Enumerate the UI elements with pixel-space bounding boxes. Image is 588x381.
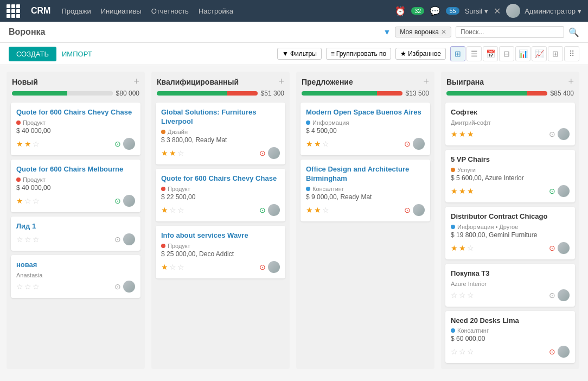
tag-text: Дизайн xyxy=(168,129,188,135)
view-switcher: ⊞ ☰ 📅 ⊟ 📊 📈 ⊞ ⠿ xyxy=(450,46,579,61)
import-button[interactable]: ИМПОРТ xyxy=(62,50,92,58)
card-avatar xyxy=(268,147,280,159)
col-header-new: Новый + xyxy=(7,72,145,90)
nav-reports[interactable]: Отчетность xyxy=(151,7,189,15)
card[interactable]: 5 VP Chairs Услуги $ 5 600,00, Azure Int… xyxy=(445,150,575,202)
view-list-icon[interactable]: ☰ xyxy=(466,46,482,61)
tag-dot xyxy=(451,168,455,172)
view-bar-icon[interactable]: 📈 xyxy=(532,46,547,61)
status-icon: ⊙ xyxy=(549,130,555,138)
stars: ★★★ xyxy=(451,130,474,138)
chat-icon[interactable]: 💬 xyxy=(430,6,440,16)
grid-menu-icon[interactable] xyxy=(7,4,20,18)
card-footer: ★★★ ⊙ xyxy=(451,128,570,140)
card[interactable]: новая Anastasia ☆☆☆ ⊙ xyxy=(11,255,140,298)
card[interactable]: Покупка Т3 Azure Interior ☆☆☆ ⊙ xyxy=(445,264,575,307)
star-filled: ★ xyxy=(451,244,458,252)
col-title-new: Новый xyxy=(12,78,38,86)
card-icons: ⊙ xyxy=(259,204,280,216)
col-add-proposition[interactable]: + xyxy=(423,76,429,87)
col-add-qualified[interactable]: + xyxy=(278,76,284,87)
card-amount: $ 40 000,00 xyxy=(16,184,135,192)
col-progress-proposition: $13 500 xyxy=(296,90,434,100)
nav-initiatives[interactable]: Инициативы xyxy=(101,7,142,15)
card[interactable]: Лид 1 ☆☆☆ ⊙ xyxy=(11,217,140,251)
view-grid-icon[interactable]: ⠿ xyxy=(564,46,579,61)
view-pivot-icon[interactable]: ⊞ xyxy=(548,46,563,61)
col-add-won[interactable]: + xyxy=(568,76,574,87)
tag-dot xyxy=(451,328,455,333)
tag-text: Консалтинг xyxy=(312,186,344,192)
card[interactable]: Info about services Wavre Продукт $ 25 0… xyxy=(156,226,285,278)
card-title: Modern Open Space Buenos Aires xyxy=(306,108,425,117)
kanban-column-new: Новый + $80 000 Quote for 600 Chairs Che… xyxy=(7,72,145,369)
card-title: Quote for 600 Chairs Chevy Chase xyxy=(16,108,135,117)
toolbar: СОЗДАТЬ ИМПОРТ ▼ Фильтры ≡ Группировать … xyxy=(0,43,588,65)
col-total-won: $85 400 xyxy=(551,90,574,97)
nav-settings[interactable]: Настройка xyxy=(199,7,233,15)
view-kanban-icon[interactable]: ⊞ xyxy=(450,46,465,61)
groupby-label: Группировать по xyxy=(336,50,386,58)
col-header-qualified: Квалифицированный + xyxy=(151,72,290,90)
star-empty: ☆ xyxy=(169,263,176,271)
user-menu[interactable]: Sursil ▾ xyxy=(465,7,489,15)
top-nav: Продажи Инициативы Отчетность Настройка xyxy=(61,7,233,15)
star-empty: ☆ xyxy=(33,196,40,205)
card-tag: Услуги xyxy=(451,167,570,173)
card-tag: Продукт xyxy=(161,186,280,192)
col-progress-won: $85 400 xyxy=(441,90,579,100)
card-tag: Продукт xyxy=(16,119,135,126)
search-input[interactable] xyxy=(456,26,564,38)
card[interactable]: Quote for 600 Chairs Chevy Chase Продукт… xyxy=(11,103,140,155)
card-footer: ★☆☆ ⊙ xyxy=(16,195,135,207)
filter-tag-close[interactable]: ✕ xyxy=(441,28,446,36)
admin-chevron-icon: ▾ xyxy=(578,7,581,15)
filters-label: Фильтры xyxy=(290,50,317,58)
stars: ★★☆ xyxy=(451,244,474,252)
card-avatar xyxy=(268,204,280,216)
star-empty: ☆ xyxy=(169,206,176,214)
create-button[interactable]: СОЗДАТЬ xyxy=(9,47,56,61)
status-icon: ⊙ xyxy=(114,282,121,291)
card[interactable]: Modern Open Space Buenos Aires Информаци… xyxy=(301,103,430,155)
star-empty: ☆ xyxy=(467,244,474,252)
star-empty: ☆ xyxy=(322,206,329,214)
card[interactable]: Софтек Дмитрий-софт ★★★ ⊙ xyxy=(445,103,575,145)
tag-dot xyxy=(161,130,165,134)
card[interactable]: Quote for 600 Chairs Chevy Chase Продукт… xyxy=(156,169,285,221)
progress-bar-new xyxy=(12,91,113,96)
status-icon: ⊙ xyxy=(404,139,411,148)
col-add-new[interactable]: + xyxy=(133,76,139,87)
card-icons: ⊙ xyxy=(259,261,280,273)
search-icon[interactable]: 🔍 xyxy=(568,27,579,37)
admin-menu[interactable]: Администратор ▾ xyxy=(506,4,581,18)
tag-dot xyxy=(306,120,310,125)
groupby-button[interactable]: ≡ Группировать по xyxy=(326,48,391,60)
user-name: Sursil xyxy=(465,7,483,15)
view-chart-icon[interactable]: 📊 xyxy=(515,46,531,61)
filters-button[interactable]: ▼ Фильтры xyxy=(277,48,322,60)
star-filled: ★ xyxy=(24,139,31,148)
view-table-icon[interactable]: ⊟ xyxy=(499,46,514,61)
star-empty: ☆ xyxy=(177,206,184,214)
card-tag: Консалтинг xyxy=(451,327,570,334)
view-calendar-icon[interactable]: 📅 xyxy=(483,46,498,61)
card[interactable]: Quote for 600 Chairs Melbourne Продукт $… xyxy=(11,160,140,212)
close-icon[interactable]: ✕ xyxy=(494,6,501,16)
star-filled: ★ xyxy=(314,206,321,214)
filter-tag[interactable]: Моя воронка ✕ xyxy=(395,27,451,37)
status-icon: ⊙ xyxy=(549,347,555,356)
card[interactable]: Distributor Contract Chicago Информация … xyxy=(445,207,575,259)
nav-sales[interactable]: Продажи xyxy=(61,7,91,15)
card-sub: Azure Interior xyxy=(451,281,570,287)
topbar-right: ⏰ 32 💬 55 Sursil ▾ ✕ Администратор ▾ xyxy=(395,4,581,18)
card-avatar xyxy=(123,233,135,245)
card-avatar xyxy=(558,346,570,358)
favorites-button[interactable]: ★ Избранное xyxy=(395,48,446,60)
col-total-qualified: $51 300 xyxy=(261,90,284,97)
clock-icon[interactable]: ⏰ xyxy=(395,6,406,16)
card[interactable]: Office Design and Architecture Birmingha… xyxy=(301,160,430,221)
card[interactable]: Need 20 Desks Lima Консалтинг $ 60 000,0… xyxy=(445,311,575,364)
card[interactable]: Global Solutions: Furnitures Liverpool Д… xyxy=(156,103,285,164)
groupby-icon: ≡ xyxy=(331,50,335,58)
